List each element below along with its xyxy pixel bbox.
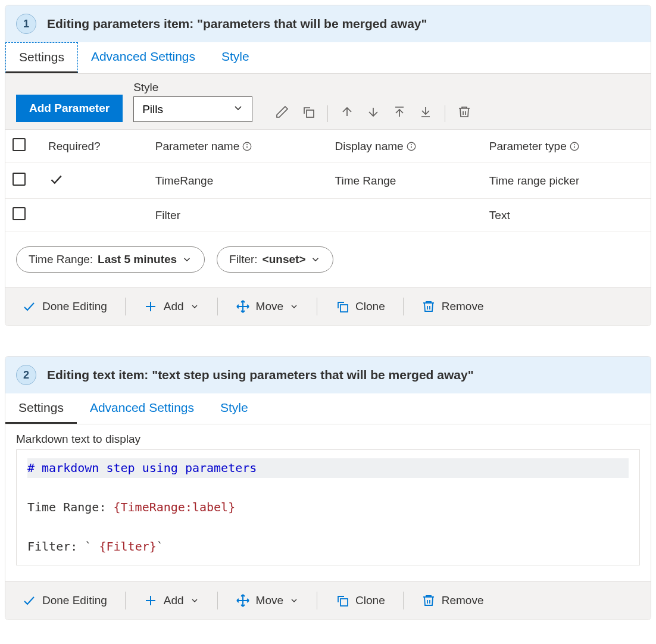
chevron-down-icon — [310, 254, 321, 265]
done-editing-button[interactable]: Done Editing — [16, 296, 113, 317]
copy-icon — [335, 593, 349, 608]
remove-button[interactable]: Remove — [416, 296, 490, 317]
cell-display-name: Time Range — [328, 163, 482, 199]
table-row[interactable]: Filter Text — [5, 199, 651, 232]
separator — [317, 298, 317, 315]
code-token: {TimeRange:label} — [114, 500, 236, 514]
chevron-down-icon — [190, 302, 199, 311]
done-editing-button[interactable]: Done Editing — [16, 590, 113, 611]
separator — [445, 105, 445, 122]
checkmark-icon — [48, 177, 64, 189]
tabbar: Settings Advanced Settings Style — [5, 42, 651, 74]
pill-value: Last 5 minutes — [98, 253, 177, 266]
panel-title: Editing parameters item: "parameters tha… — [47, 17, 427, 31]
separator — [217, 592, 218, 609]
delete-icon[interactable] — [457, 105, 471, 122]
plus-icon — [143, 299, 158, 314]
clone-button[interactable]: Clone — [329, 296, 391, 317]
svg-point-9 — [247, 145, 248, 145]
col-parameter-type: Parameter type — [482, 130, 651, 163]
cell-param-type: Text — [482, 199, 651, 232]
move-icon — [236, 593, 250, 608]
checkmark-icon — [22, 593, 36, 608]
copy-icon — [335, 299, 349, 314]
code-token: {Filter} — [99, 539, 156, 554]
style-select[interactable]: Pills — [133, 96, 252, 122]
pill-value: <unset> — [263, 253, 306, 266]
pill-filter[interactable]: Filter: <unset> — [217, 246, 333, 273]
chevron-down-icon — [190, 596, 199, 605]
move-button[interactable]: Move — [230, 296, 305, 317]
separator — [403, 298, 404, 315]
code-token: # markdown step using parameters — [27, 461, 257, 475]
action-bar: Done Editing Add Move Clone Remove — [5, 287, 651, 326]
arrow-bottom-icon[interactable] — [418, 105, 433, 122]
panel-header: 1 Editing parameters item: "parameters t… — [5, 5, 651, 42]
tabbar: Settings Advanced Settings Style — [5, 393, 651, 424]
move-button[interactable]: Move — [230, 590, 305, 611]
clone-button[interactable]: Clone — [329, 590, 391, 611]
arrow-up-icon[interactable] — [340, 105, 354, 122]
remove-button[interactable]: Remove — [416, 590, 490, 611]
param-icon-toolbar — [275, 105, 471, 122]
chevron-down-icon — [289, 596, 299, 605]
tab-style[interactable]: Style — [207, 393, 261, 424]
markdown-editor[interactable]: # markdown step using parameters Time Ra… — [16, 449, 640, 565]
panel-header: 2 Editing text item: "text step using pa… — [5, 357, 651, 393]
plus-icon — [143, 593, 158, 608]
arrow-top-icon[interactable] — [392, 105, 407, 122]
cell-param-name: TimeRange — [148, 163, 328, 199]
pill-label: Filter: — [229, 253, 258, 266]
tab-settings[interactable]: Settings — [5, 393, 77, 424]
separator — [327, 105, 328, 122]
svg-rect-25 — [341, 599, 348, 606]
separator — [403, 592, 404, 609]
info-icon[interactable] — [242, 141, 252, 152]
tab-advanced-settings[interactable]: Advanced Settings — [78, 42, 208, 73]
svg-point-12 — [411, 145, 411, 145]
checkmark-icon — [22, 299, 36, 314]
col-display-name: Display name — [328, 130, 482, 163]
row-checkbox[interactable] — [13, 173, 26, 186]
info-icon[interactable] — [569, 141, 580, 152]
separator — [317, 592, 317, 609]
panel-title: Editing text item: "text step using para… — [47, 368, 474, 382]
parameters-toolbar: Add Parameter Style Pills — [5, 74, 651, 130]
code-token: Time Range: — [27, 500, 114, 514]
add-parameter-button[interactable]: Add Parameter — [16, 95, 123, 122]
col-required: Required? — [41, 130, 148, 163]
cell-param-name: Filter — [148, 199, 328, 232]
copy-icon[interactable] — [301, 105, 315, 122]
tab-style[interactable]: Style — [208, 42, 263, 73]
select-all-checkbox[interactable] — [13, 138, 26, 151]
col-parameter-name: Parameter name — [148, 130, 328, 163]
add-button[interactable]: Add — [138, 590, 205, 611]
table-row[interactable]: TimeRange Time Range Time range picker — [5, 163, 651, 199]
edit-icon[interactable] — [275, 105, 289, 122]
step-badge: 1 — [16, 14, 36, 34]
text-step-panel: 2 Editing text item: "text step using pa… — [5, 356, 651, 620]
tab-settings[interactable]: Settings — [5, 42, 78, 73]
parameters-step-panel: 1 Editing parameters item: "parameters t… — [5, 5, 651, 326]
delete-icon — [421, 593, 436, 608]
info-icon[interactable] — [406, 141, 417, 152]
step-badge: 2 — [16, 365, 36, 385]
code-token: Filter: ` — [27, 539, 99, 554]
separator — [217, 298, 218, 315]
svg-point-15 — [574, 145, 574, 145]
row-checkbox[interactable] — [13, 207, 26, 220]
parameters-table: Required? Parameter name Display name Pa… — [5, 130, 651, 232]
arrow-down-icon[interactable] — [366, 105, 380, 122]
action-bar: Done Editing Add Move Clone Remove — [5, 581, 651, 620]
chevron-down-icon — [289, 302, 299, 311]
separator — [125, 592, 126, 609]
svg-rect-0 — [307, 110, 314, 117]
style-label: Style — [133, 81, 252, 94]
separator — [125, 298, 126, 315]
parameters-pills: Time Range: Last 5 minutes Filter: <unse… — [5, 232, 651, 287]
pill-label: Time Range: — [29, 253, 93, 266]
add-button[interactable]: Add — [138, 296, 205, 317]
pill-time-range[interactable]: Time Range: Last 5 minutes — [16, 246, 205, 273]
tab-advanced-settings[interactable]: Advanced Settings — [77, 393, 207, 424]
style-field: Style Pills — [133, 81, 252, 122]
